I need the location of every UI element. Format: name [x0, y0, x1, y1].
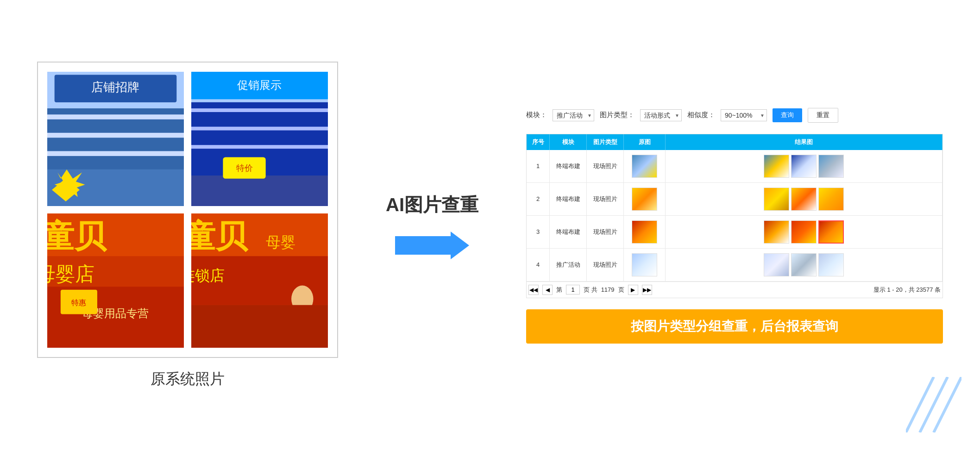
next-page-button[interactable]: ▶ — [628, 285, 638, 295]
thumb-result-2-3[interactable] — [818, 188, 844, 211]
cell-results-3 — [666, 216, 942, 248]
svg-text:母婴: 母婴 — [266, 234, 295, 251]
svg-text:特价: 特价 — [236, 163, 253, 173]
prev-page-button[interactable]: ◀ — [542, 285, 553, 295]
svg-rect-1 — [47, 72, 184, 108]
svg-rect-8 — [55, 75, 177, 102]
table-header: 序号 模块 图片类型 原图 结果图 — [527, 134, 942, 150]
thumb-result-3-1[interactable] — [764, 220, 789, 244]
svg-rect-17 — [223, 157, 265, 179]
reset-button[interactable]: 重置 — [808, 108, 838, 123]
thumb-original-3[interactable] — [632, 220, 657, 244]
cell-type-1: 现场照片 — [587, 150, 624, 182]
svg-rect-37 — [290, 326, 297, 338]
cell-original-1 — [624, 150, 666, 182]
header-results: 结果图 — [666, 134, 942, 150]
thumb-container-4 — [762, 251, 846, 278]
thumb-result-2-2[interactable] — [791, 188, 817, 211]
table-row: 4 推广活动 现场照片 — [527, 249, 942, 282]
svg-text:连锁店: 连锁店 — [191, 268, 225, 284]
cell-module-3: 终端布建 — [550, 216, 587, 248]
thumb-result-3-2[interactable] — [791, 220, 817, 244]
similarity-select[interactable]: 90~100% 80~90% — [721, 109, 767, 121]
thumb-original-4[interactable] — [632, 253, 657, 276]
first-page-button[interactable]: ◀◀ — [528, 285, 539, 295]
svg-rect-29 — [191, 213, 328, 348]
svg-text:母婴用品专营: 母婴用品专营 — [82, 307, 149, 319]
cell-index-4: 4 — [527, 249, 550, 281]
thumb-result-1-3[interactable] — [818, 155, 844, 178]
module-select-wrapper[interactable]: 推广活动 终端布建 — [553, 109, 594, 121]
cell-type-4: 现场照片 — [587, 249, 624, 281]
svg-text:童贝: 童贝 — [191, 218, 249, 254]
svg-rect-36 — [293, 310, 312, 334]
photo-top-left: 店铺招牌 — [47, 72, 184, 206]
cell-original-4 — [624, 249, 666, 281]
cell-index-1: 1 — [527, 150, 550, 182]
svg-rect-11 — [191, 72, 328, 102]
svg-rect-30 — [191, 213, 328, 256]
cell-type-2: 现场照片 — [587, 183, 624, 215]
similarity-select-wrapper[interactable]: 90~100% 80~90% — [721, 109, 767, 121]
page-number-input[interactable] — [566, 285, 580, 294]
last-page-button[interactable]: ▶▶ — [642, 285, 652, 295]
svg-rect-39 — [191, 305, 328, 348]
thumb-result-4-3[interactable] — [818, 253, 844, 276]
thumb-original-2[interactable] — [632, 188, 657, 211]
type-label: 图片类型： — [600, 111, 634, 119]
thumb-result-4-2[interactable] — [791, 253, 817, 276]
svg-text:童贝: 童贝 — [47, 218, 107, 254]
cell-original-2 — [624, 183, 666, 215]
svg-rect-22 — [47, 213, 184, 256]
header-original: 原图 — [624, 134, 666, 150]
thumb-result-2-1[interactable] — [764, 188, 789, 211]
ai-label: AI图片查重 — [386, 192, 478, 218]
svg-rect-21 — [47, 213, 184, 348]
page-label: 第 — [556, 286, 562, 294]
svg-rect-12 — [191, 102, 328, 175]
left-section: 店铺招牌 特价 促销展示 — [37, 62, 338, 389]
svg-rect-14 — [191, 108, 328, 112]
module-select[interactable]: 推广活动 终端布建 — [553, 109, 594, 121]
pagination: ◀◀ ◀ 第 页 共 1179 页 ▶ ▶▶ 显示 1 - 20，共 23577… — [527, 282, 942, 298]
query-button[interactable]: 查询 — [773, 108, 802, 122]
svg-rect-10 — [191, 72, 328, 206]
header-index: 序号 — [527, 134, 550, 150]
cell-type-3: 现场照片 — [587, 216, 624, 248]
svg-line-40 — [906, 377, 934, 432]
svg-rect-38 — [301, 326, 308, 338]
cell-index-3: 3 — [527, 216, 550, 248]
thumb-result-4-1[interactable] — [764, 253, 789, 276]
right-section: 模块： 推广活动 终端布建 图片类型： 活动形式 现场照片 相似度： 90~10… — [526, 108, 943, 344]
cell-index-2: 2 — [527, 183, 550, 215]
cell-module-2: 终端布建 — [550, 183, 587, 215]
bottom-banner: 按图片类型分组查重，后台报表查询 — [526, 309, 943, 344]
table-row: 2 终端布建 现场照片 — [527, 183, 942, 216]
photo-top-right: 特价 促销展示 — [191, 72, 328, 206]
thumb-result-1-2[interactable] — [791, 155, 817, 178]
similarity-label: 相似度： — [687, 111, 715, 119]
thumb-container-2 — [762, 186, 846, 213]
results-table: 序号 模块 图片类型 原图 结果图 1 终端布建 现场照片 — [526, 134, 943, 298]
svg-rect-15 — [191, 127, 328, 131]
corner-decoration — [906, 377, 961, 432]
svg-rect-33 — [191, 256, 328, 305]
thumb-result-1-1[interactable] — [764, 155, 789, 178]
type-select[interactable]: 活动形式 现场照片 — [640, 109, 682, 121]
svg-text:特惠: 特惠 — [71, 299, 86, 307]
photo-bottom-right: 童贝 母婴 连锁店 — [191, 213, 328, 348]
header-module: 模块 — [550, 134, 587, 150]
thumb-original-1[interactable] — [632, 155, 657, 178]
filter-bar: 模块： 推广活动 终端布建 图片类型： 活动形式 现场照片 相似度： 90~10… — [526, 108, 943, 123]
svg-text:促销展示: 促销展示 — [238, 79, 282, 91]
main-container: 店铺招牌 特价 促销展示 — [0, 0, 980, 451]
svg-rect-27 — [61, 290, 97, 314]
svg-line-42 — [934, 377, 961, 432]
thumb-result-3-3[interactable] — [818, 220, 844, 244]
type-select-wrapper[interactable]: 活动形式 现场照片 — [640, 109, 682, 121]
cell-module-4: 推广活动 — [550, 249, 587, 281]
photo-frame: 店铺招牌 特价 促销展示 — [37, 62, 338, 358]
cell-original-3 — [624, 216, 666, 248]
middle-section: AI图片查重 — [367, 192, 497, 259]
header-type: 图片类型 — [587, 134, 624, 150]
